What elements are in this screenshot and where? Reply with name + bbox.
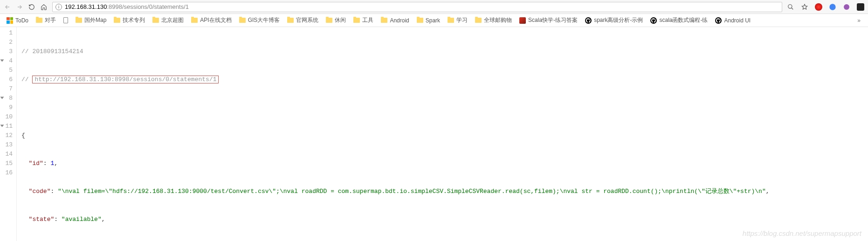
line-number: 13 (0, 140, 13, 150)
json-key-code: code (29, 188, 51, 195)
line-number: 9 (0, 103, 13, 112)
bookmark-label: ToDo (15, 17, 28, 24)
line-number: 5 (0, 66, 13, 75)
svg-point-2 (844, 4, 849, 10)
bookmark-item[interactable]: 对手 (33, 15, 59, 25)
line-number: 12 (0, 131, 13, 140)
extension-icon[interactable] (857, 3, 864, 11)
line-number: 8 (0, 94, 13, 103)
bookmark-item[interactable]: Android (378, 16, 412, 25)
todo-icon (7, 17, 13, 24)
bookmark-item[interactable]: 学习 (445, 15, 470, 25)
bookmarks-bar: ToDo对手国外Map技术专列北京超图API在线文档GIS大牛博客官网系统休闲工… (0, 14, 868, 27)
line-number: 15 (0, 159, 13, 168)
bookmark-label: 工具 (362, 16, 373, 24)
extension-icon[interactable] (843, 3, 850, 11)
comment-prefix: // (21, 76, 32, 83)
site-info-icon[interactable]: i (55, 4, 62, 10)
line-number: 2 (0, 38, 13, 47)
bookmark-item[interactable]: API在线文档 (188, 15, 234, 25)
bookmark-item[interactable] (61, 16, 71, 24)
line-number-gutter: 12345678910111213141516 (0, 27, 17, 241)
folder-icon (152, 18, 159, 23)
bookmark-item[interactable]: spark高级分析-示例 (582, 15, 646, 25)
bookmark-item[interactable]: 官网系统 (284, 15, 321, 25)
folder-icon (353, 18, 360, 23)
bookmark-label: API在线文档 (200, 16, 231, 24)
address-bar[interactable]: i 192.168.31.130:8998/sessions/0/stateme… (52, 2, 782, 12)
svg-point-1 (829, 4, 835, 10)
bookmark-item[interactable]: Android UI (712, 16, 753, 25)
folder-icon (381, 18, 387, 23)
folder-icon (76, 18, 82, 23)
bookmarks-overflow-button[interactable]: » (854, 17, 864, 24)
line-number: 1 (0, 28, 13, 38)
bookmark-item[interactable]: Scala快学-练习答案 (517, 15, 580, 25)
folder-icon (448, 18, 454, 23)
json-key-state: state (29, 216, 55, 223)
reload-icon[interactable] (28, 3, 35, 11)
github-icon (650, 17, 657, 24)
folder-icon (114, 18, 120, 23)
line-number: 4 (0, 56, 13, 66)
bookmark-label: GIS大牛博客 (248, 16, 280, 24)
bookmark-label: 学习 (456, 16, 468, 24)
line-number: 11 (0, 122, 13, 131)
url-text: 192.168.31.130:8998/sessions/0/statement… (65, 3, 189, 10)
folder-icon (36, 18, 42, 23)
bookmark-label: scala函数式编程-练 (659, 16, 708, 24)
folder-icon (239, 18, 246, 23)
bookmark-item[interactable]: 国外Map (73, 15, 109, 25)
toolbar-right-icons (787, 3, 864, 11)
folder-icon (475, 18, 482, 23)
back-icon[interactable] (4, 3, 11, 11)
fold-icon[interactable] (0, 97, 4, 99)
bookmark-label: 全球邮购物 (484, 16, 512, 24)
bookmark-item[interactable]: Spark (414, 16, 443, 25)
home-icon[interactable] (40, 3, 48, 11)
bookmark-item[interactable]: GIS大牛博客 (236, 15, 283, 25)
bookmark-item[interactable]: scala函数式编程-练 (648, 15, 710, 25)
file-icon (63, 17, 68, 23)
search-omni-icon[interactable] (787, 3, 794, 11)
code-content: // 20180913154214 // http://192.168.31.1… (17, 27, 868, 241)
bookmark-label: spark高级分析-示例 (594, 16, 643, 24)
browser-toolbar: i 192.168.31.130:8998/sessions/0/stateme… (0, 0, 868, 14)
bookmark-item[interactable]: 工具 (351, 15, 376, 25)
bookmark-label: 北京超图 (161, 16, 184, 24)
line-number: 3 (0, 47, 13, 56)
fold-icon[interactable] (0, 60, 4, 62)
github-icon (585, 17, 592, 24)
folder-icon (191, 18, 198, 23)
folder-icon (417, 18, 423, 23)
bookmark-label: 休闲 (335, 16, 346, 24)
json-value-code: \nval filem=\"hdfs://192.168.31.130:9000… (58, 188, 766, 195)
bookmark-item[interactable]: ToDo (4, 16, 31, 25)
folder-icon (287, 18, 294, 23)
line-number: 6 (0, 75, 13, 84)
folder-icon (326, 18, 332, 23)
bookmark-label: 国外Map (84, 16, 106, 24)
bookmark-item[interactable]: 北京超图 (150, 15, 186, 25)
star-icon[interactable] (801, 3, 808, 11)
line-number: 14 (0, 150, 13, 159)
extension-icon[interactable] (829, 3, 836, 11)
bookmark-item[interactable]: 技术专列 (111, 15, 148, 25)
extension-icon[interactable] (815, 3, 822, 11)
json-brace-open: { (21, 132, 25, 139)
highlighted-url: http://192.168.31.130:8998/sessions/0/st… (32, 76, 219, 83)
bookmark-label: Android UI (724, 17, 751, 24)
line-number: 16 (0, 168, 13, 178)
bookmark-item[interactable]: 全球邮购物 (472, 15, 515, 25)
comment-timestamp: // 20180913154214 (21, 48, 83, 55)
bookmark-label: 技术专列 (123, 16, 145, 24)
fold-icon[interactable] (0, 125, 4, 127)
forward-icon[interactable] (16, 3, 23, 11)
bookmark-item[interactable]: 休闲 (323, 15, 349, 25)
json-viewer: 12345678910111213141516 // 2018091315421… (0, 27, 868, 241)
bookmark-label: Spark (426, 17, 440, 24)
json-value-state: available (62, 216, 102, 223)
bookmark-label: 官网系统 (296, 16, 318, 24)
bookmark-label: Scala快学-练习答案 (528, 16, 578, 24)
line-number: 10 (0, 112, 13, 122)
